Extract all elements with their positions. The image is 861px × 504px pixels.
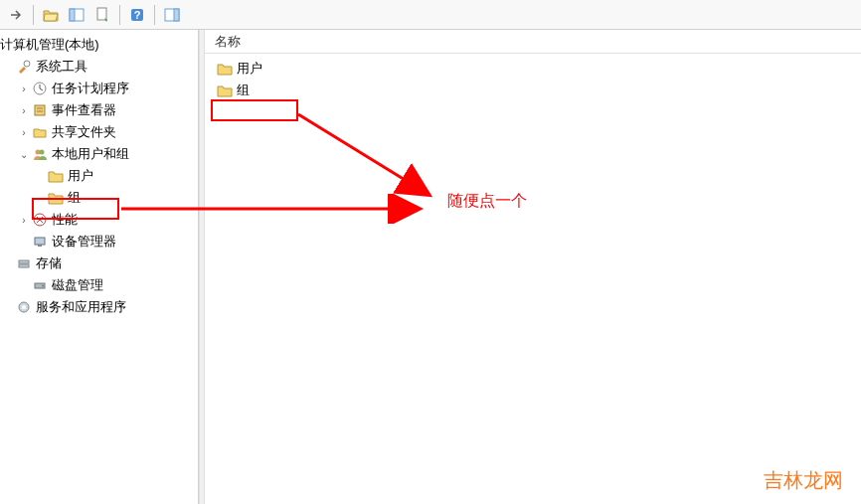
tree-label: 性能 xyxy=(52,211,78,229)
tree-label: 磁盘管理 xyxy=(52,276,103,294)
tree-item-shared-folders[interactable]: › 共享文件夹 xyxy=(0,121,198,143)
tree-label: 组 xyxy=(68,189,81,207)
tree-item-device-manager[interactable]: 设备管理器 xyxy=(0,231,198,252)
root-label: 计算机管理(本地) xyxy=(0,36,99,54)
chevron-down-icon[interactable] xyxy=(0,59,16,75)
toolbar-refresh-button[interactable] xyxy=(90,3,114,27)
list-header[interactable]: 名称 xyxy=(205,30,861,54)
arrow-right-icon xyxy=(8,7,24,23)
panel-icon xyxy=(69,8,85,22)
toolbar-separator xyxy=(154,5,155,25)
svg-point-7 xyxy=(24,61,30,67)
svg-point-11 xyxy=(40,150,45,155)
svg-rect-9 xyxy=(35,105,45,115)
svg-point-18 xyxy=(42,285,44,287)
svg-rect-1 xyxy=(70,9,75,21)
toolbar-separator xyxy=(33,5,34,25)
chevron-down-icon[interactable]: ⌄ xyxy=(16,146,32,162)
tree-label: 服务和应用程序 xyxy=(36,298,126,316)
toolbar-panel-alt-button[interactable] xyxy=(160,3,184,27)
tree-item-task-scheduler[interactable]: › 任务计划程序 xyxy=(0,78,198,99)
tree-panel[interactable]: 计算机管理(本地) 系统工具 › 任务计划程序 › 事件查看器 › 共享文件夹 … xyxy=(0,30,199,504)
clock-icon xyxy=(32,81,48,96)
chevron-right-icon[interactable]: › xyxy=(16,212,32,228)
tools-icon xyxy=(16,59,32,75)
chevron-right-icon[interactable]: › xyxy=(16,81,32,96)
tree-item-users[interactable]: 用户 xyxy=(0,165,198,187)
list-item-label: 组 xyxy=(237,82,250,99)
chevron-right-icon[interactable]: › xyxy=(16,124,32,140)
tree-label: 本地用户和组 xyxy=(52,145,129,163)
tree-label: 存储 xyxy=(36,254,62,272)
folder-icon xyxy=(217,61,233,77)
svg-rect-14 xyxy=(38,245,42,247)
svg-point-20 xyxy=(22,305,26,309)
tree-item-local-users-groups[interactable]: ⌄ 本地用户和组 xyxy=(0,143,198,165)
column-header-name: 名称 xyxy=(215,33,241,51)
tree-item-disk-mgmt[interactable]: 磁盘管理 xyxy=(0,274,198,296)
event-icon xyxy=(32,102,48,118)
tree-services[interactable]: 服务和应用程序 xyxy=(0,296,198,318)
services-icon xyxy=(16,299,32,315)
toolbar-separator xyxy=(119,5,120,25)
storage-icon xyxy=(16,255,32,271)
chevron-down-icon[interactable] xyxy=(0,255,16,271)
list-panel: 名称 用户 组 xyxy=(205,30,861,504)
list-item-label: 用户 xyxy=(237,60,262,78)
toolbar-nav-button[interactable] xyxy=(4,3,28,27)
help-icon: ? xyxy=(129,7,145,23)
tree-system-tools[interactable]: 系统工具 xyxy=(0,56,198,78)
users-icon xyxy=(32,146,48,162)
disk-icon xyxy=(32,277,48,293)
toolbar-help-button[interactable]: ? xyxy=(125,3,149,27)
panel-alt-icon xyxy=(164,8,180,22)
svg-text:?: ? xyxy=(134,9,141,21)
tree-label: 事件查看器 xyxy=(52,101,116,119)
refresh-doc-icon xyxy=(94,7,110,23)
tree-item-performance[interactable]: › 性能 xyxy=(0,209,198,231)
tree-label: 设备管理器 xyxy=(52,233,116,251)
tree-label: 用户 xyxy=(68,167,93,185)
svg-rect-6 xyxy=(174,9,179,21)
toolbar: ? xyxy=(0,0,861,30)
tree-label: 任务计划程序 xyxy=(52,80,129,97)
chevron-right-icon[interactable]: › xyxy=(16,102,32,118)
tree-item-groups[interactable]: 组 xyxy=(0,187,198,209)
svg-rect-16 xyxy=(19,264,29,267)
main-area: 计算机管理(本地) 系统工具 › 任务计划程序 › 事件查看器 › 共享文件夹 … xyxy=(0,30,861,504)
chevron-right-icon[interactable] xyxy=(0,299,16,315)
tree-item-event-viewer[interactable]: › 事件查看器 xyxy=(0,99,198,121)
folder-icon xyxy=(48,190,64,206)
device-icon xyxy=(32,234,48,250)
tree-root[interactable]: 计算机管理(本地) xyxy=(0,34,198,56)
list-item-groups[interactable]: 组 xyxy=(213,80,853,101)
folder-icon xyxy=(48,168,64,184)
list-item-users[interactable]: 用户 xyxy=(213,58,853,80)
toolbar-folder-button[interactable] xyxy=(39,3,63,27)
list-body: 用户 组 xyxy=(205,54,861,105)
tree-label: 系统工具 xyxy=(36,58,87,76)
share-icon xyxy=(32,124,48,140)
toolbar-panel-button[interactable] xyxy=(65,3,88,27)
perf-icon xyxy=(32,212,48,228)
tree-label: 共享文件夹 xyxy=(52,123,116,141)
svg-rect-13 xyxy=(35,238,45,245)
folder-open-icon xyxy=(43,8,59,22)
svg-rect-15 xyxy=(19,260,29,263)
svg-rect-2 xyxy=(97,8,106,20)
tree-storage[interactable]: 存储 xyxy=(0,252,198,274)
folder-icon xyxy=(217,83,233,98)
